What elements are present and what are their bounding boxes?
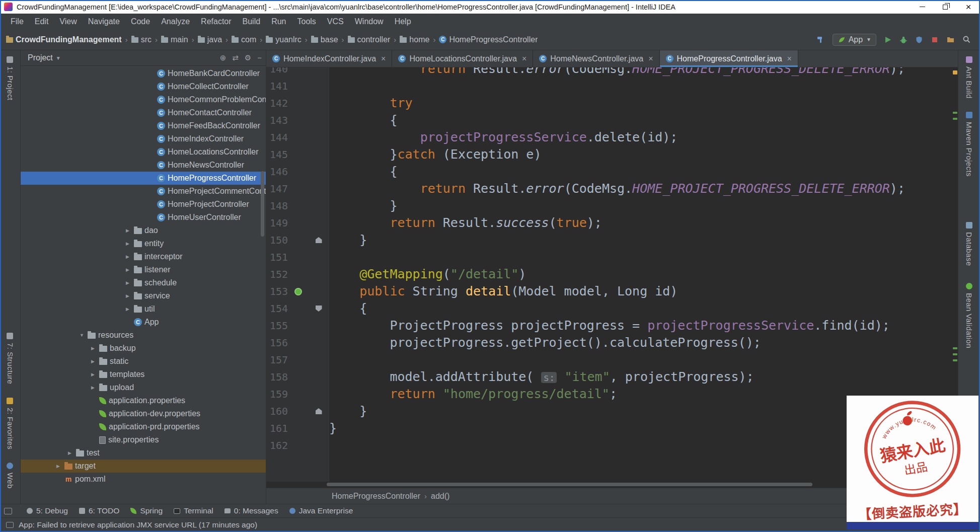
chevron-down-icon[interactable]: ▼ [56,55,61,61]
tree-item-test[interactable]: ▶test [21,446,266,460]
close-tab-icon[interactable]: × [381,54,386,63]
editor-breadcrumb-item-add[interactable]: add() [431,492,449,501]
close-tab-icon[interactable]: × [787,54,792,63]
tab-homeindexcontroller-java[interactable]: CHomeIndexController.java× [266,50,392,67]
tree-item-templates[interactable]: ▶templates [21,368,266,381]
tree-item-target[interactable]: ▶target [21,460,266,473]
spring-bean-gutter-icon[interactable] [294,288,302,295]
breadcrumb-item-com[interactable]: com [232,35,256,44]
menu-analyze[interactable]: Analyze [156,14,195,29]
tree-item-homecollectcontroller[interactable]: CHomeCollectController [21,80,266,93]
expand-arrow-icon[interactable]: ▶ [126,307,134,312]
breadcrumb-item-base[interactable]: base [311,35,338,44]
tree-item-homebankcardcontroller[interactable]: CHomeBankCardController [21,67,266,80]
tab-homelocationscontroller-java[interactable]: CHomeLocationsController.java× [392,50,533,67]
tree-item-site-properties[interactable]: site.properties [21,433,266,446]
stripe-mark[interactable] [953,112,957,114]
code-line-149[interactable]: 149 return Result.success(true); [266,214,958,232]
minimize-button[interactable] [911,0,934,14]
code-line-145[interactable]: 145 }catch (Exception e) [266,146,958,163]
tree-item-homefeedbackcontroller[interactable]: CHomeFeedBackController [21,119,266,132]
menu-tools[interactable]: Tools [291,14,321,29]
code-line-146[interactable]: 146 { [266,163,958,180]
code-line-148[interactable]: 148 } [266,197,958,214]
tool-stripe-2-favorites[interactable]: 2: Favorites [6,398,15,449]
hide-icon[interactable]: − [257,53,262,62]
breadcrumb-item-yuanlrc[interactable]: yuanlrc [266,35,301,44]
stripe-mark[interactable] [953,353,957,355]
expand-arrow-icon[interactable]: ▶ [126,228,134,233]
close-button[interactable]: × [957,0,980,14]
tree-item-dao[interactable]: ▶dao [21,224,266,237]
menu-refactor[interactable]: Refactor [195,14,237,29]
breadcrumb-item-home[interactable]: home [400,35,429,44]
expand-arrow-icon[interactable]: ▶ [91,372,99,377]
toolwindow-button-terminal[interactable]: Terminal [168,506,219,515]
code-line-152[interactable]: 152 @GetMapping("/detail") [266,266,958,283]
code-line-155[interactable]: 155 ProjectProgress projectProgress = pr… [266,317,958,334]
event-log-icon[interactable] [6,522,14,528]
coverage-button[interactable] [915,36,923,44]
project-panel-title[interactable]: Project [28,53,53,62]
tree-item-interceptor[interactable]: ▶interceptor [21,250,266,263]
tree-item-upload[interactable]: ▶upload [21,381,266,394]
tree-item-entity[interactable]: ▶entity [21,237,266,250]
tree-item-schedule[interactable]: ▶schedule [21,276,266,289]
warning-stripe-mark[interactable] [953,70,957,74]
code-line-140[interactable]: 140 return Result.error(CodeMsg.HOME_PRO… [266,67,958,78]
tree-item-pom-xml[interactable]: mpom.xml [21,473,266,486]
tree-item-app[interactable]: CApp [21,316,266,329]
stop-button[interactable] [931,36,939,44]
breadcrumb-item-controller[interactable]: controller [348,35,391,44]
stripe-mark[interactable] [953,347,957,349]
settings-icon[interactable]: ⚙ [245,53,251,62]
tool-stripe-1-project[interactable]: 1: Project [6,56,15,100]
expand-arrow-icon[interactable]: ▶ [126,241,134,246]
breadcrumb-item-crowdfundingmanagement[interactable]: CrowdFundingManagement [6,35,122,44]
tree-item-homecontactcontroller[interactable]: CHomeContactController [21,106,266,119]
menu-vcs[interactable]: VCS [322,14,349,29]
code-line-158[interactable]: 158 model.addAttribute( s: "item", proje… [266,368,958,386]
search-button[interactable] [962,35,971,44]
fold-marker-icon[interactable] [316,408,322,414]
code-line-147[interactable]: 147 return Result.error(CodeMsg.HOME_PRO… [266,180,958,197]
expand-arrow-icon[interactable]: ▶ [68,450,76,455]
toolwindow-button-0-messages[interactable]: 0: Messages [219,506,284,515]
tree-item-homeprogresscontroller[interactable]: CHomeProgressController [21,172,266,185]
menu-run[interactable]: Run [266,14,291,29]
tree-item-homeindexcontroller[interactable]: CHomeIndexController [21,132,266,145]
tool-stripe-web[interactable]: Web [6,463,15,489]
tree-item-backup[interactable]: ▶backup [21,342,266,355]
tab-homenewscontroller-java[interactable]: CHomeNewsController.java× [533,50,659,67]
code-line-154[interactable]: 154 { [266,300,958,317]
tree-item-homelocationscontroller[interactable]: CHomeLocationsController [21,145,266,159]
code-line-143[interactable]: 143 { [266,112,958,129]
menu-file[interactable]: File [5,14,29,29]
editor-breadcrumb-item-homeprogresscontroller[interactable]: HomeProgressController [332,492,420,501]
tool-stripe-7-structure[interactable]: 7: Structure [6,333,15,384]
tree-item-homecommonproblemcontroll[interactable]: CHomeCommonProblemControll [21,93,266,106]
tool-stripe-database[interactable]: Database [965,222,973,266]
tab-homeprogresscontroller-java[interactable]: CHomeProgressController.java× [660,50,798,67]
toolwindow-switcher-icon[interactable] [4,508,12,514]
fold-marker-icon[interactable] [316,306,322,312]
fold-marker-icon[interactable] [316,237,322,243]
close-tab-icon[interactable]: × [648,54,653,63]
expand-arrow-icon[interactable]: ▶ [126,280,134,285]
tree-item-util[interactable]: ▶util [21,302,266,316]
expand-arrow-icon[interactable]: ▶ [126,267,134,272]
expand-arrow-icon[interactable]: ▶ [126,293,134,298]
open-project-button[interactable] [946,36,955,44]
code-line-141[interactable]: 141 [266,78,958,95]
tree-item-application-dev-properties[interactable]: application-dev.properties [21,407,266,420]
expand-arrow-icon[interactable]: ▶ [91,359,99,364]
code-line-150[interactable]: 150 } [266,232,958,249]
menu-view[interactable]: View [54,14,82,29]
expand-arrow-icon[interactable]: ▶ [56,464,64,469]
tree-item-homenewscontroller[interactable]: CHomeNewsController [21,159,266,172]
tool-stripe-ant-build[interactable]: Ant Build [965,56,973,99]
stripe-mark[interactable] [953,359,957,361]
tree-item-homeusercontroller[interactable]: CHomeUserController [21,211,266,224]
tree-item-homeprojectcontroller[interactable]: CHomeProjectController [21,198,266,211]
menu-edit[interactable]: Edit [29,14,54,29]
